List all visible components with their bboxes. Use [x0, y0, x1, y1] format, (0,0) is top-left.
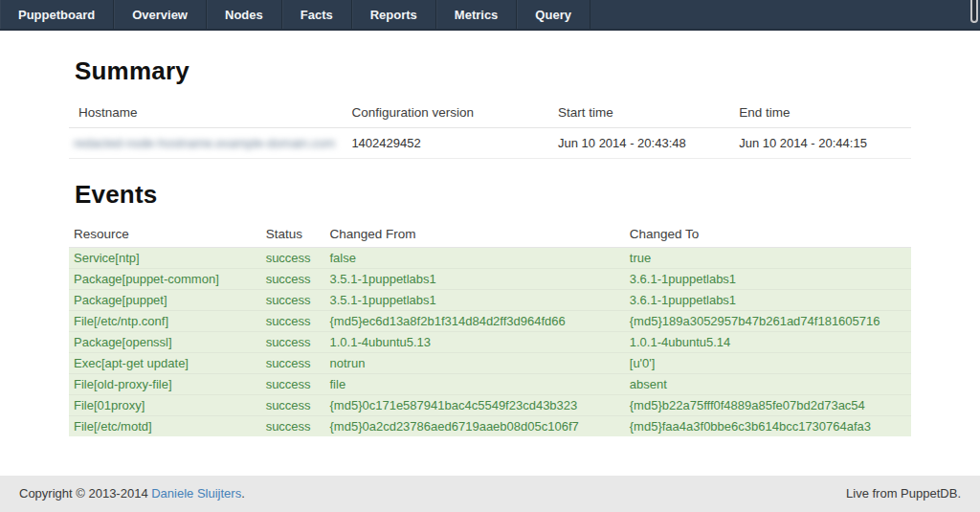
event-status: success [261, 290, 325, 311]
puppetboard-report-page: Puppetboard Overview Nodes Facts Reports… [0, 0, 980, 512]
event-changed-to: {md5}189a3052957b47b261ad74f181605716 [625, 311, 911, 332]
event-changed-from: false [325, 248, 625, 269]
nav-item-overview[interactable]: Overview [114, 0, 207, 29]
events-heading: Events [75, 180, 911, 210]
event-status: success [261, 416, 325, 437]
summary-header-row: Hostname Configuration version Start tim… [69, 98, 911, 128]
summary-table: Hostname Configuration version Start tim… [69, 98, 911, 159]
event-row: Package[openssl] success 1.0.1-4ubuntu5.… [69, 332, 911, 353]
scrollbar-thumb[interactable] [970, 0, 978, 23]
event-status: success [261, 374, 325, 395]
main-content: Summary Hostname Configuration version S… [69, 31, 911, 476]
event-changed-to: 3.6.1-1puppetlabs1 [625, 269, 911, 290]
event-resource: Exec[apt-get update] [69, 353, 261, 374]
events-header-row: Resource Status Changed From Changed To [69, 221, 911, 248]
event-changed-from: 1.0.1-4ubuntu5.13 [325, 332, 625, 353]
events-col-changed-from: Changed From [325, 221, 625, 248]
event-status: success [261, 395, 325, 416]
event-changed-from: 3.5.1-1puppetlabs1 [325, 269, 625, 290]
event-resource: File[01proxy] [69, 395, 261, 416]
event-row: File[old-proxy-file] success file absent [69, 374, 911, 395]
summary-col-end-time: End time [734, 98, 911, 128]
summary-col-config-version: Configuration version [346, 98, 553, 128]
event-resource: Package[puppet-common] [69, 269, 261, 290]
event-changed-to: 3.6.1-1puppetlabs1 [625, 290, 911, 311]
end-time-value: Jun 10 2014 - 20:44:15 [734, 128, 911, 159]
configuration-version-value: 1402429452 [346, 128, 553, 159]
event-row: File[/etc/ntp.conf] success {md5}ec6d13a… [69, 311, 911, 332]
event-changed-to: {md5}b22a75fff0f4889a85fe07bd2d73ac54 [625, 395, 911, 416]
nav-item-reports[interactable]: Reports [352, 0, 436, 29]
summary-col-hostname: Hostname [69, 98, 346, 128]
hostname-link-redacted[interactable]: redacted-node-hostname.example-domain.co… [74, 136, 335, 150]
summary-col-start-time: Start time [553, 98, 734, 128]
event-changed-to: true [625, 248, 911, 269]
event-row: File[01proxy] success {md5}0c171e587941b… [69, 395, 911, 416]
events-col-changed-to: Changed To [625, 221, 911, 248]
event-status: success [261, 311, 325, 332]
copyright-prefix: Copyright © 2013-2014 [19, 486, 151, 501]
event-status: success [261, 353, 325, 374]
top-navbar: Puppetboard Overview Nodes Facts Reports… [0, 0, 980, 31]
nav-item-facts[interactable]: Facts [282, 0, 352, 29]
event-status: success [261, 332, 325, 353]
event-resource: File[old-proxy-file] [69, 374, 261, 395]
event-changed-to: absent [625, 374, 911, 395]
event-changed-from: {md5}ec6d13a8f2b1f314d84d2ff3d964fd66 [325, 311, 625, 332]
event-resource: Package[puppet] [69, 290, 261, 311]
copyright-suffix: . [241, 486, 245, 501]
copyright-text: Copyright © 2013-2014 Daniele Sluijters. [19, 486, 245, 501]
event-resource: File[/etc/motd] [69, 416, 261, 437]
navbar-brand[interactable]: Puppetboard [0, 0, 114, 29]
event-resource: Package[openssl] [69, 332, 261, 353]
summary-heading: Summary [75, 56, 911, 86]
event-row: Package[puppet] success 3.5.1-1puppetlab… [69, 290, 911, 311]
page-footer: Copyright © 2013-2014 Daniele Sluijters.… [0, 476, 980, 512]
nav-item-metrics[interactable]: Metrics [436, 0, 518, 29]
event-changed-to: [u'0'] [625, 353, 911, 374]
event-row: Service[ntp] success false true [69, 248, 911, 269]
events-table: Resource Status Changed From Changed To … [69, 221, 911, 436]
start-time-value: Jun 10 2014 - 20:43:48 [553, 128, 734, 159]
event-row: File[/etc/motd] success {md5}0a2cd23786a… [69, 416, 911, 437]
event-changed-to: {md5}faa4a3f0bbe6c3b614bcc1730764afa3 [625, 416, 911, 437]
author-link[interactable]: Daniele Sluijters [151, 486, 241, 501]
event-changed-from: file [325, 374, 625, 395]
event-row: Exec[apt-get update] success notrun [u'0… [69, 353, 911, 374]
puppetdb-status-text: Live from PuppetDB. [846, 486, 961, 501]
events-col-resource: Resource [69, 221, 261, 248]
event-changed-from: notrun [325, 353, 625, 374]
event-changed-to: 1.0.1-4ubuntu5.14 [625, 332, 911, 353]
event-status: success [261, 248, 325, 269]
event-resource: File[/etc/ntp.conf] [69, 311, 261, 332]
event-row: Package[puppet-common] success 3.5.1-1pu… [69, 269, 911, 290]
summary-data-row: redacted-node-hostname.example-domain.co… [69, 128, 911, 159]
event-resource: Service[ntp] [69, 248, 261, 269]
nav-item-query[interactable]: Query [517, 0, 590, 29]
nav-item-nodes[interactable]: Nodes [207, 0, 282, 29]
event-changed-from: {md5}0c171e587941bac4c5549f23cd43b323 [325, 395, 625, 416]
events-col-status: Status [261, 221, 325, 248]
event-status: success [261, 269, 325, 290]
event-changed-from: {md5}0a2cd23786aed6719aaeb08d05c106f7 [325, 416, 625, 437]
event-changed-from: 3.5.1-1puppetlabs1 [325, 290, 625, 311]
